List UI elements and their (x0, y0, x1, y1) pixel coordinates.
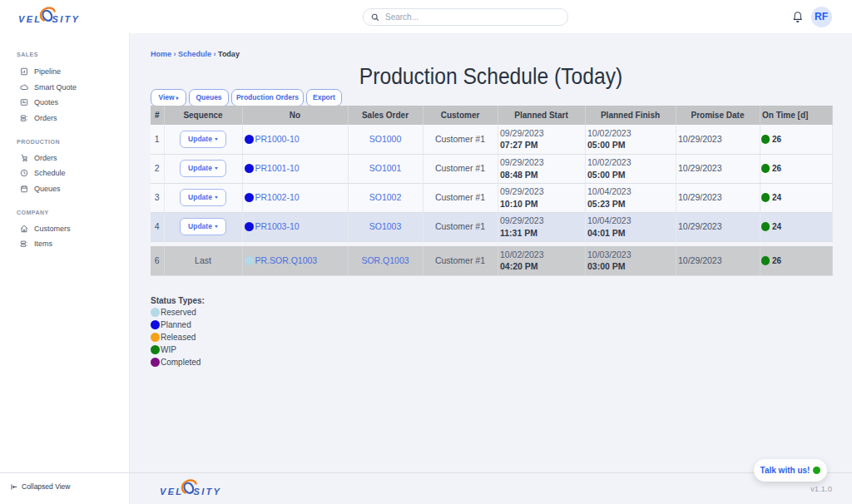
svg-text:SITY: SITY (194, 486, 222, 496)
svg-text:SITY: SITY (52, 14, 81, 24)
svg-text:VEL: VEL (18, 14, 42, 24)
svg-text:VEL: VEL (160, 486, 183, 496)
